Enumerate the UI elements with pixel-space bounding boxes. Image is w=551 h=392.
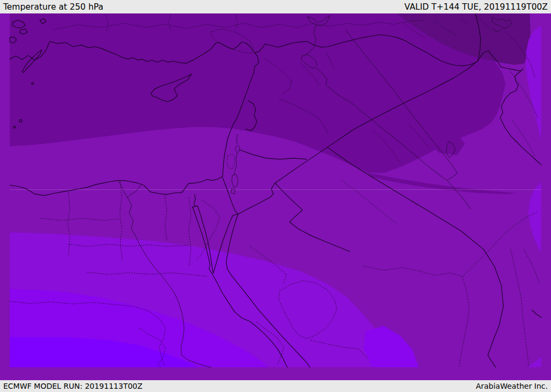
credit-label: ArabiaWeather Inc. <box>476 382 548 390</box>
latitude-hint-line <box>10 189 541 190</box>
footer-bar: ECMWF MODEL RUN: 20191113T00Z ArabiaWeat… <box>0 380 551 392</box>
model-run-label: ECMWF MODEL RUN: 20191113T00Z <box>3 382 143 390</box>
valid-time-label: VALID T+144 TUE, 20191119T00Z <box>405 2 548 12</box>
weather-map-screen: Temperature at 250 hPa VALID T+144 TUE, … <box>0 0 551 392</box>
header-bar: Temperature at 250 hPa VALID T+144 TUE, … <box>0 0 551 13</box>
map-title: Temperature at 250 hPa <box>3 2 103 12</box>
temperature-map <box>0 13 551 380</box>
